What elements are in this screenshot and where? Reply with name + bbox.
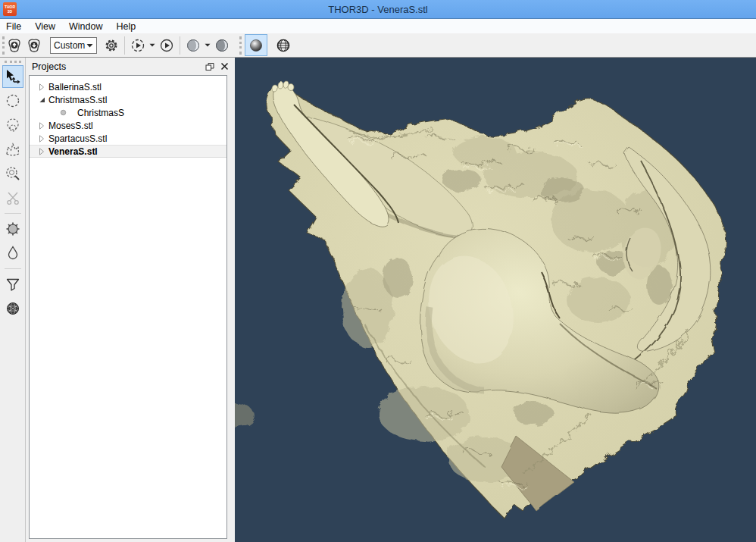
play-icon — [158, 37, 175, 54]
wireframe-view-button[interactable] — [273, 36, 293, 55]
expand-collapsed-icon[interactable] — [39, 83, 47, 91]
expand-collapsed-icon[interactable] — [39, 135, 47, 143]
sphere-tool-alt-icon — [214, 37, 230, 54]
app-logo-icon: THOR 3D — [3, 2, 17, 16]
tree-item-venera[interactable]: VeneraS.stl — [30, 145, 226, 158]
menu-view[interactable]: View — [35, 21, 55, 32]
venus-mesh-graphic — [235, 58, 756, 542]
lasso-select-icon — [5, 141, 21, 158]
tree-item-ballerina[interactable]: BallerinaS.stl — [30, 80, 226, 93]
shaded-view-sphere-icon — [249, 39, 263, 52]
projects-panel: Projects BallerinaS.stl ChristmasS.stl — [26, 58, 235, 542]
import-shape-down-icon — [26, 37, 42, 54]
sphere-tool-icon — [185, 37, 201, 54]
float-panel-icon — [205, 62, 214, 71]
scan-bullet-icon — [60, 109, 67, 116]
tree-item-label: VeneraS.stl — [48, 146, 98, 157]
mesh-sphere-tool[interactable] — [2, 297, 23, 320]
tree-item-moses[interactable]: MosesS.stl — [30, 119, 226, 132]
toolbar-drag-handle[interactable] — [239, 36, 242, 55]
tree-item-christmas-scan[interactable]: ChristmasS — [30, 106, 226, 119]
3d-viewport[interactable] — [235, 58, 756, 542]
tree-item-spartacus[interactable]: SpartacusS.stl — [30, 132, 226, 145]
sphere-tool-alt-button[interactable] — [212, 36, 232, 55]
app-logo-line2: 3D — [3, 9, 17, 14]
scissors-icon — [5, 190, 21, 206]
mesh-sphere-icon — [5, 300, 21, 317]
projects-panel-header[interactable]: Projects — [26, 58, 235, 75]
dropdown-caret-icon — [205, 43, 211, 47]
magnifier-select-tool[interactable] — [2, 162, 23, 185]
sphere-tool-dropdown-caret[interactable] — [203, 36, 212, 55]
window-title: THOR3D - VeneraS.stl — [0, 4, 756, 15]
menubar: File View Window Help — [0, 19, 756, 33]
magnifier-select-icon — [5, 165, 21, 182]
run-play-button[interactable] — [157, 36, 177, 55]
toolbar-separator — [180, 36, 180, 55]
filter-funnel-tool[interactable] — [2, 273, 23, 296]
projects-panel-title: Projects — [32, 61, 201, 72]
sphere-tool-button[interactable] — [183, 36, 203, 55]
settings-gear-icon — [103, 37, 120, 54]
scissors-cut-tool[interactable] — [2, 186, 23, 209]
run-scan-dashed-button[interactable] — [128, 36, 148, 55]
menu-file[interactable]: File — [6, 21, 21, 32]
lasso-select-tool[interactable] — [2, 138, 23, 161]
export-shape-up-icon — [6, 37, 23, 54]
left-tool-strip — [0, 58, 26, 542]
brush-select-tool[interactable] — [2, 114, 23, 136]
run-scan-dropdown-caret[interactable] — [148, 36, 157, 55]
projects-tree: BallerinaS.stl ChristmasS.stl ChristmasS… — [29, 75, 227, 539]
menu-help[interactable]: Help — [117, 21, 136, 32]
tree-item-christmas[interactable]: ChristmasS.stl — [30, 93, 226, 106]
shaded-view-button[interactable] — [245, 34, 267, 56]
smooth-drop-tool[interactable] — [2, 242, 23, 265]
wireframe-globe-icon — [276, 38, 291, 53]
preset-combobox[interactable]: Custom — [50, 37, 97, 54]
float-panel-button[interactable] — [204, 61, 216, 73]
circle-select-tool[interactable] — [2, 89, 23, 112]
preset-combobox-value: Custom — [54, 40, 86, 51]
menu-window[interactable]: Window — [69, 21, 102, 32]
tree-item-label: SpartacusS.stl — [48, 133, 107, 144]
tree-item-label: BallerinaS.stl — [48, 82, 102, 92]
close-panel-button[interactable] — [218, 61, 230, 73]
brush-select-icon — [5, 117, 21, 133]
select-transform-icon — [5, 68, 21, 85]
funnel-icon — [5, 276, 21, 293]
expand-collapsed-icon[interactable] — [39, 122, 47, 130]
import-shape-down-button[interactable] — [24, 36, 44, 55]
expand-expanded-icon[interactable] — [39, 97, 47, 103]
dropdown-caret-icon — [149, 43, 155, 47]
toolstrip-separator — [5, 213, 21, 214]
spiky-ball-icon — [5, 221, 21, 237]
tree-item-label: ChristmasS.stl — [48, 95, 107, 105]
circle-select-icon — [5, 92, 21, 109]
settings-button[interactable] — [102, 36, 121, 55]
combobox-caret-icon — [86, 43, 93, 48]
export-shape-up-button[interactable] — [5, 36, 24, 55]
tree-item-label: ChristmasS — [77, 108, 124, 118]
toolstrip-separator — [5, 268, 21, 269]
water-drop-icon — [5, 245, 21, 262]
toolstrip-drag-handle[interactable] — [5, 61, 21, 63]
close-icon — [220, 62, 229, 70]
tree-item-label: MosesS.stl — [48, 121, 93, 131]
expand-collapsed-icon[interactable] — [39, 148, 47, 155]
toolbar-separator — [124, 36, 125, 55]
main-toolbar: Custom — [0, 33, 756, 58]
select-transform-tool[interactable] — [2, 65, 23, 88]
play-dashed-icon — [130, 37, 146, 54]
window-titlebar[interactable]: THOR 3D THOR3D - VeneraS.stl — [0, 0, 756, 19]
spiky-ball-tool[interactable] — [2, 218, 23, 240]
